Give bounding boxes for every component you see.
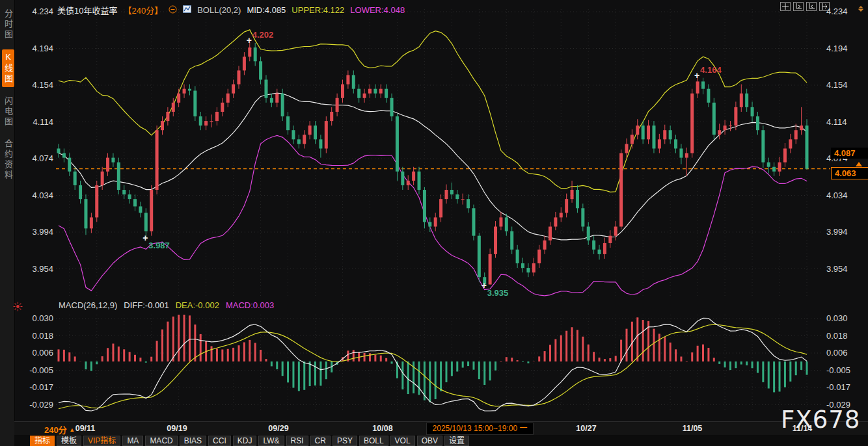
axis-label: 0.018 (826, 331, 867, 341)
boll-mid-value: MID:4.085 (247, 5, 286, 15)
axis-label: 0.018 (14, 331, 53, 341)
chart-header: 美债10年收益率 【240分】 BOLL(20,2) MID:4.085 UPP… (57, 4, 405, 16)
sidebar: 分时图 K线图 闪电图 合约资料 (0, 0, 15, 446)
axis-label: 4.034 (14, 190, 53, 200)
indicator-tab-BOLL[interactable]: BOLL (359, 436, 388, 446)
axis-label: 0.006 (14, 348, 53, 358)
indicator-tab-设置[interactable]: 设置 (444, 436, 469, 446)
indicator-tab-VIP指标[interactable]: VIP指标 (83, 436, 120, 446)
date-tick-label: 10/08 (372, 424, 392, 433)
macd-diff-value: DIFF:-0.001 (124, 300, 169, 310)
boll-params-label: BOLL(20,2) (197, 5, 241, 15)
indicator-tab-LW&[interactable]: LW& (258, 436, 284, 446)
axis-label: -0.017 (14, 382, 53, 392)
boll-lower-value: LOWER:4.048 (350, 5, 405, 15)
axis-label: 4.114 (14, 117, 53, 127)
period-selector-label: 240分 (44, 425, 67, 435)
axis-label: 4.154 (14, 80, 53, 90)
time-axis-row: 240分 ▲ 09/1109/1909/2910/0810/2711/0511/… (14, 421, 868, 436)
axis-label: 3.954 (826, 264, 867, 274)
chart-canvas[interactable] (0, 0, 868, 446)
crosshair-mark-icon: + (142, 233, 148, 243)
extreme-price-label: 4.202 (252, 30, 274, 40)
sidebar-item-flash-chart[interactable]: 闪电图 (2, 94, 14, 130)
axis-label: 3.994 (14, 227, 53, 237)
boll-upper-value: UPPER:4.122 (292, 5, 344, 15)
axis-zoom-left-icon[interactable] (793, 2, 804, 11)
axis-label: 3.954 (14, 264, 53, 274)
indicator-tab-BIAS[interactable]: BIAS (180, 436, 206, 446)
period-selector[interactable]: 240分 ▲ (44, 423, 75, 436)
indicator-tab-PSY[interactable]: PSY (332, 436, 357, 446)
date-tick-label: 09/29 (268, 424, 288, 433)
date-tick-label: 11/05 (683, 424, 703, 433)
axis-label: 3.994 (826, 227, 867, 237)
indicator-tab-KDJ[interactable]: KDJ (233, 436, 257, 446)
axis-zoom-right-icon[interactable] (806, 2, 817, 11)
axis-label: -0.005 (826, 365, 867, 375)
extreme-price-label: 3.987 (148, 241, 170, 250)
macd-macd-value: MACD:0.003 (226, 300, 274, 310)
date-tick-label: 09/19 (167, 424, 187, 433)
axis-label: 4.034 (826, 190, 867, 200)
macd-header: MACD(26,12,9) DIFF:-0.001 DEA:-0.002 MAC… (59, 300, 274, 310)
indicator-tab-指标[interactable]: 指标 (30, 436, 55, 446)
sidebar-item-time-chart[interactable]: 分时图 (2, 7, 14, 43)
sidebar-item-kline-chart[interactable]: K线图 (2, 49, 14, 87)
axis-label: 4.074 (14, 153, 53, 163)
axis-label: 4.234 (826, 7, 867, 16)
axis-label: 0.006 (826, 348, 867, 358)
macd-params-label: MACD(26,12,9) (59, 300, 117, 310)
collapse-icon[interactable] (169, 5, 177, 16)
extreme-price-label: 3.935 (487, 288, 509, 298)
indicator-tab-MACD[interactable]: MACD (145, 436, 177, 446)
axis-label: 4.114 (826, 117, 867, 127)
macd-dea-value: DEA:-0.002 (176, 300, 219, 310)
current-price-marker-icon (856, 162, 862, 166)
indicator-tab-CR[interactable]: CR (310, 436, 331, 446)
indicator-tab-VOL[interactable]: VOL (390, 436, 415, 446)
axis-label: 4.234 (14, 7, 53, 16)
selected-bar-datetime: 2025/10/13 15:00~19:00 一 (426, 423, 534, 435)
last-close-price-tag: 4.087 (831, 148, 868, 159)
crosshair-mark-icon: + (481, 281, 487, 290)
axis-label: 4.154 (826, 80, 867, 90)
indicator-tabs-bar: 指标模板VIP指标MAMACDBIASCCIKDJLW&RSICRPSYBOLL… (14, 435, 868, 446)
watermark: FX678 (781, 406, 860, 434)
date-tick-label: 09/11 (75, 424, 96, 433)
indicator-tab-OBV[interactable]: OBV (417, 436, 442, 446)
date-tick-label: 10/27 (576, 424, 596, 433)
axis-label: 4.194 (826, 44, 867, 53)
axis-label: -0.005 (14, 365, 53, 375)
crosshair-mark-icon: + (247, 36, 252, 45)
period-dropdown-icon: ▲ (69, 426, 75, 433)
macd-settings-icon[interactable] (13, 302, 23, 314)
axis-label: 0.030 (826, 313, 867, 323)
axis-label: 4.194 (14, 44, 53, 53)
current-price-tag: 4.063 (831, 167, 868, 179)
window-controls (780, 2, 830, 11)
instrument-title: 美债10年收益率 (57, 4, 117, 16)
trading-app-window: 分时图 K线图 闪电图 合约资料 美债10年收益率 【240分】 BOLL(20… (0, 0, 868, 446)
indicator-mini-icon[interactable] (183, 5, 191, 15)
axis-label: -0.029 (14, 400, 53, 410)
indicator-tab-MA[interactable]: MA (122, 436, 143, 446)
axis-label: -0.017 (826, 382, 867, 392)
indicator-tab-CCI[interactable]: CCI (208, 436, 231, 446)
axis-label: 0.030 (14, 313, 53, 323)
crosshair-mark-icon: + (694, 71, 699, 80)
pan-chart-icon[interactable] (780, 2, 791, 11)
indicator-tab-模板[interactable]: 模板 (57, 436, 81, 446)
extreme-price-label: 4.164 (700, 65, 722, 75)
period-label: 【240分】 (123, 4, 163, 16)
indicator-tab-RSI[interactable]: RSI (286, 436, 308, 446)
sidebar-item-contract-info[interactable]: 合约资料 (2, 137, 14, 183)
